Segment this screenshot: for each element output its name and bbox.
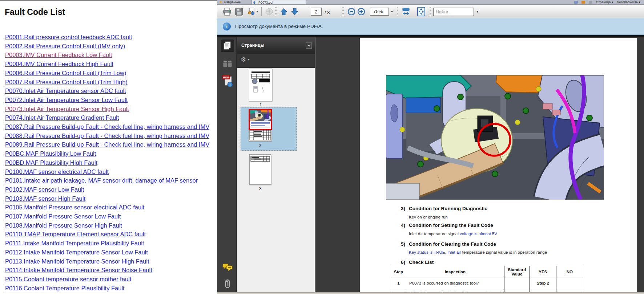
check-table-cell: P0073 is occurred on diagnostic tool?: [406, 278, 504, 288]
section-6-heading: Check List: [409, 260, 434, 265]
share-button[interactable]: [246, 7, 259, 16]
fault-code-link[interactable]: P0100.MAF sensor electrical ADC fault: [5, 167, 217, 176]
toolbar-separator: [261, 7, 262, 16]
section-4-number: 4): [401, 222, 405, 228]
fault-code-link[interactable]: P0072.Inlet Air Temperature Sensor Low F…: [5, 95, 217, 105]
pdf-toolbar: / 3 75% ▾ ▾: [217, 5, 644, 18]
safety-menu[interactable]: Безопасность ▾: [617, 0, 640, 4]
fit-page-button[interactable]: [416, 7, 426, 16]
next-page-button[interactable]: [290, 7, 300, 16]
browser-command-bar: Страница ▾ Безопасность ▾: [574, 0, 640, 4]
thumbnail-list: 1: [237, 68, 315, 292]
thumbnail-2-table: [249, 130, 271, 141]
fault-code-link[interactable]: P0088.Rail Pressure Build-up Fault - Che…: [5, 131, 217, 140]
fault-code-link[interactable]: P0089.Rail Pressure Build-up Fault - Che…: [5, 140, 217, 149]
info-icon: i: [223, 23, 231, 30]
feeds-icon[interactable]: [581, 1, 585, 4]
toolbar-grip: [397, 7, 398, 16]
section-4-body: Inlet Air temperature signal voltage is …: [409, 232, 497, 236]
window-bottom-border: [217, 292, 644, 294]
pages-panel-header: Страницы ◄: [237, 37, 315, 54]
fault-code-link[interactable]: P0073.Inlet Air Temperature Sensor High …: [5, 105, 217, 114]
print-button[interactable]: [222, 7, 232, 16]
attachments-paperclip-button[interactable]: [221, 278, 234, 290]
fault-code-link[interactable]: P0107.Manifold Pressure Sensor Low Fault: [5, 212, 217, 221]
find-dropdown-caret[interactable]: ▾: [476, 9, 478, 13]
check-table-header: Inspection: [406, 266, 504, 278]
info-message: Просмотр документа в режиме PDF/A.: [235, 24, 323, 29]
zoom-in-button[interactable]: [357, 7, 366, 16]
check-table-row: 1P0073 is occurred on diagnostic tool?St…: [391, 278, 583, 288]
pdf-standards-icon[interactable]: PDFi: [221, 74, 234, 88]
fault-code-link[interactable]: P0074.Inlet Air Temperature Gradient Fau…: [5, 113, 217, 122]
previous-page-button[interactable]: [279, 7, 289, 16]
check-table-cell: Step 2: [530, 278, 556, 288]
section-3-body: Key on or engine run: [409, 215, 448, 219]
fault-code-link[interactable]: P0003.IMV Current Feedback Low Fault: [5, 50, 217, 60]
fault-code-link[interactable]: P0006.Rail Pressure Control Fault (Trim …: [5, 69, 217, 78]
fault-code-link[interactable]: P0111.Intake Manifold Temperature Plausi…: [5, 239, 217, 248]
fault-code-link[interactable]: P0110.TMAP Temperature Element sensor AD…: [5, 230, 217, 239]
viewer-content: PDFi Страницы ◄ ⚙ ▾: [217, 35, 644, 292]
zoom-dropdown-caret[interactable]: ▾: [391, 9, 393, 13]
fault-code-link[interactable]: P0105.Manifold Pressure sensor electrica…: [5, 203, 217, 212]
check-table-cell: [504, 278, 530, 288]
fault-code-list: P0001.Rail pressure control feedback ADC…: [5, 33, 217, 294]
page-thumbnail-2-lower[interactable]: [249, 130, 272, 142]
toolbar-grip: [430, 7, 431, 16]
pages-panel-title: Страницы: [241, 43, 264, 48]
fault-code-link[interactable]: P0116.Coolant Temperature Plausibility F…: [5, 284, 217, 293]
find-input[interactable]: [433, 8, 474, 16]
engine-component-image: [386, 75, 604, 200]
check-table-header: NO: [556, 266, 583, 278]
fault-code-link[interactable]: P00BC.MAF Plausibility Low Fault: [5, 149, 217, 158]
panel-options-gear-button[interactable]: ⚙ ▾: [241, 56, 250, 64]
pdfa-info-bar: i Просмотр документа в режиме PDF/A.: [217, 18, 644, 35]
zoom-level-select[interactable]: 75%: [370, 8, 389, 16]
page-number-input[interactable]: [311, 8, 322, 16]
fault-code-link[interactable]: P0007.Rail Pressure Control Fault (Trim …: [5, 78, 217, 87]
section-5-number: 5): [401, 241, 405, 247]
fault-code-link[interactable]: P0115.Coolant temperature sensor mother …: [5, 275, 217, 284]
check-table-cell: [530, 288, 556, 293]
favorites-label[interactable]: Избранное: [224, 0, 241, 4]
fault-code-link[interactable]: P0103.MAF sensor High Fault: [5, 194, 217, 203]
zoom-out-button[interactable]: [347, 7, 356, 16]
fault-code-link[interactable]: P0087.Rail Pressure Build-up Fault - Che…: [5, 122, 217, 131]
fault-code-link[interactable]: P0101.Intake air path leakage, MAF senso…: [5, 176, 217, 185]
comments-button[interactable]: [221, 262, 234, 274]
fault-code-link[interactable]: P0070.Inlet Air Temperature sensor ADC f…: [5, 86, 217, 95]
check-list-table: StepInspectionStandard ValueYESNO1P0073 …: [391, 266, 583, 292]
thumbnail-2-preview: [250, 110, 271, 129]
save-button[interactable]: [234, 7, 244, 16]
fault-code-link[interactable]: P0113.Intake Manifold Temperature Sensor…: [5, 257, 217, 266]
fault-code-link[interactable]: P0112.Intake Manifold Temperature Sensor…: [5, 248, 217, 257]
fault-code-link[interactable]: P0001.Rail pressure control feedback ADC…: [5, 33, 217, 42]
check-table-cell: [556, 278, 583, 288]
page-title: Fault Code List: [5, 7, 65, 17]
section-5-heading: Condition for Clearing the Fault Code: [409, 241, 496, 247]
collapse-panel-button[interactable]: ◄: [306, 42, 312, 49]
fault-code-link[interactable]: P0114.Intake Manifold Temperature Sensor…: [5, 266, 217, 275]
favorites-star-icon[interactable]: ★: [219, 0, 222, 4]
fault-code-link[interactable]: P0002.Rail Pressure Control Fault (IMV o…: [5, 42, 217, 51]
check-table-row: After let the machine be in safety zone …: [391, 288, 583, 293]
fault-code-link[interactable]: P00BD.MAF Plausibility High Fault: [5, 158, 217, 167]
search-binoculars-button[interactable]: [221, 58, 234, 70]
fault-code-link[interactable]: P0004.IMV Current Feedback High Fault: [5, 60, 217, 69]
check-table-header: Step: [391, 266, 406, 278]
fault-code-link[interactable]: P0102.MAF sensor Low Fault: [5, 185, 217, 194]
print-page-icon[interactable]: [589, 1, 592, 4]
page-menu[interactable]: Страница ▾: [596, 0, 613, 4]
page-thumbnail-2[interactable]: [249, 109, 272, 130]
fault-code-link[interactable]: P0108.Manifold Pressure Sensor High Faul…: [5, 221, 217, 230]
collaborate-button: [264, 7, 274, 16]
page-thumbnail-1[interactable]: [249, 69, 272, 101]
home-icon[interactable]: [574, 1, 578, 4]
ie-icon: e: [253, 0, 255, 4]
browser-tab[interactable]: e P0073.pdf: [251, 0, 306, 5]
panel-options-row: ⚙ ▾: [237, 54, 315, 68]
fit-width-button[interactable]: [401, 7, 411, 16]
document-pane[interactable]: 3) Condition for Running Diagnostic Key …: [316, 37, 644, 292]
page-thumbnail-3[interactable]: [249, 154, 271, 185]
